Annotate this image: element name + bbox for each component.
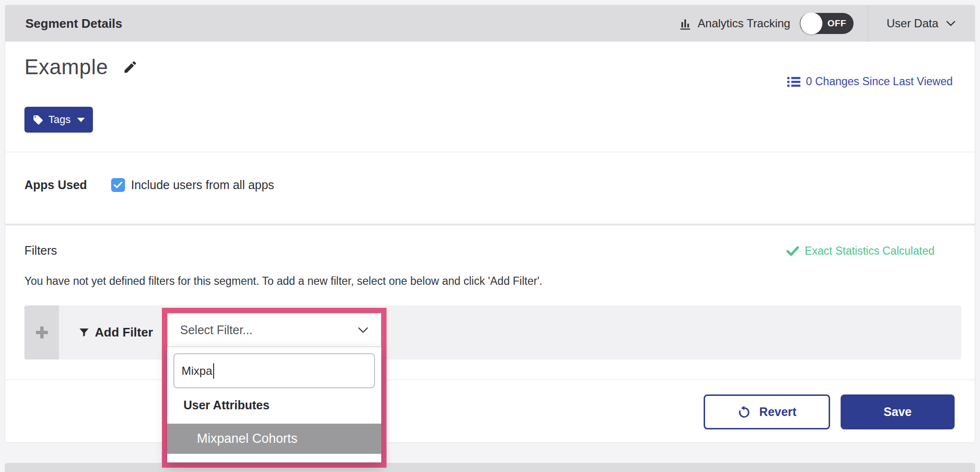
check-icon (114, 181, 123, 189)
filter-funnel-icon (78, 326, 90, 338)
filter-search-input[interactable]: Mixpa (173, 353, 375, 388)
section-divider (5, 152, 975, 152)
chevron-down-icon (358, 327, 368, 333)
list-icon (787, 76, 800, 88)
tags-button-label: Tags (48, 113, 70, 126)
segment-details-page: Segment Details Analytics Tracking (0, 0, 980, 472)
segment-name-row: Example (24, 55, 138, 79)
save-button-label: Save (884, 405, 912, 419)
filters-description: You have not yet defined filters for thi… (24, 275, 542, 288)
section-divider-thick (5, 224, 975, 225)
analytics-tracking-group: Analytics Tracking (679, 17, 790, 30)
include-all-apps-checkbox[interactable] (111, 178, 125, 192)
segment-details-panel: Segment Details Analytics Tracking (5, 5, 975, 443)
dropdown-option-label: Mixpanel Cohorts (197, 431, 297, 446)
select-filter-placeholder: Select Filter... (180, 323, 252, 337)
exact-statistics-status: Exact Statistics Calculated (786, 245, 934, 258)
page-title: Segment Details (25, 16, 122, 31)
filters-heading: Filters (24, 244, 57, 258)
undo-icon (737, 405, 751, 419)
dropdown-option-mixpanel-cohorts[interactable]: Mixpanel Cohorts (167, 424, 381, 454)
user-data-dropdown[interactable]: User Data (868, 17, 975, 30)
segment-name: Example (24, 55, 108, 79)
revert-button-label: Revert (759, 405, 797, 419)
caret-down-icon (77, 118, 85, 122)
panel-header: Segment Details Analytics Tracking (5, 5, 975, 42)
changes-link-label: 0 Changes Since Last Viewed (806, 75, 953, 88)
action-buttons: Revert Save (704, 394, 955, 429)
add-filter-plus-button[interactable] (24, 305, 59, 360)
save-button[interactable]: Save (841, 394, 955, 429)
text-cursor (213, 363, 214, 379)
annotation-highlight-box: Select Filter... Mixpa User Attributes M… (162, 308, 387, 468)
include-all-apps-label: Include users from all apps (131, 178, 274, 192)
analytics-tracking-toggle[interactable]: OFF (800, 13, 854, 34)
filter-dropdown-popup: Mixpa User Attributes Mixpanel Cohorts (167, 347, 381, 462)
toggle-state-label: OFF (827, 18, 846, 29)
toggle-knob (800, 12, 822, 34)
add-filter-label-group: Add Filter (78, 325, 153, 340)
add-filter-label: Add Filter (95, 325, 153, 340)
exact-statistics-label: Exact Statistics Calculated (805, 245, 934, 258)
bar-chart-icon (679, 17, 692, 30)
changes-since-last-viewed-link[interactable]: 0 Changes Since Last Viewed (787, 75, 953, 88)
revert-button[interactable]: Revert (704, 394, 830, 429)
user-data-label: User Data (887, 17, 938, 30)
select-filter-dropdown[interactable]: Select Filter... (167, 313, 381, 347)
tags-button[interactable]: Tags (24, 107, 93, 133)
dropdown-group-header: User Attributes (183, 398, 270, 412)
tag-icon (33, 114, 44, 125)
analytics-tracking-label: Analytics Tracking (698, 17, 790, 30)
filter-search-value: Mixpa (182, 364, 212, 378)
chevron-down-icon (946, 21, 956, 26)
apps-used-label: Apps Used (24, 178, 87, 192)
plus-icon (36, 326, 48, 338)
check-icon (786, 246, 799, 256)
header-right-controls: Analytics Tracking OFF User Data (679, 5, 975, 42)
apps-used-row: Apps Used Include users from all apps (24, 178, 274, 192)
footer-divider (5, 380, 975, 380)
next-panel-header-bar (5, 463, 975, 472)
edit-pencil-icon[interactable] (123, 59, 138, 75)
